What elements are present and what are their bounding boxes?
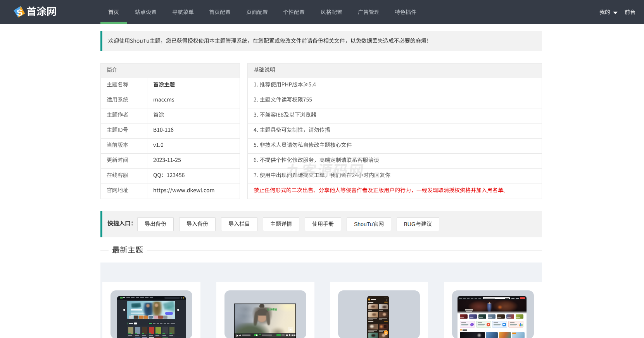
svg-text:S: S xyxy=(16,7,23,18)
